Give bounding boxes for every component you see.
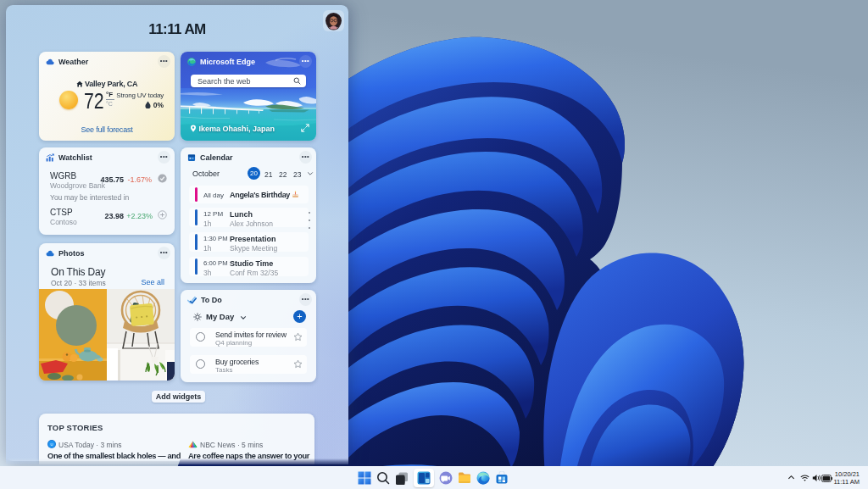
- svg-text:U: U: [50, 442, 53, 447]
